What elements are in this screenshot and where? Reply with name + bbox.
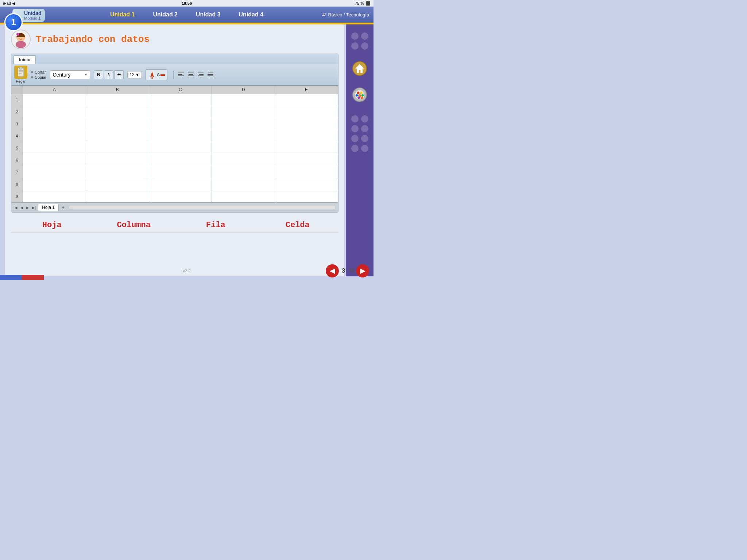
sheet-nav-prev[interactable]: ◀ (20, 206, 24, 210)
cell-b1[interactable] (86, 94, 149, 106)
svg-point-32 (357, 92, 359, 94)
nav-tab-unidad4[interactable]: Unidad 4 (235, 10, 267, 19)
copy-bullet (31, 76, 33, 78)
sheet-tab-hoja1[interactable]: Hoja 1 (38, 204, 59, 211)
bottom-nav: v2.2 ◀ 3 36 ▶ (0, 262, 374, 280)
col-header-b[interactable]: B (86, 86, 149, 94)
prev-button[interactable]: ◀ (326, 264, 339, 277)
ribbon-tabs: Inicio (11, 54, 338, 64)
copy-label: Copiar (35, 75, 46, 79)
status-right: 75 % ⬛ (355, 1, 371, 6)
decorative-bubble (351, 32, 359, 40)
sheet-nav-first[interactable]: |◀ (13, 206, 18, 210)
cell-e9[interactable] (275, 190, 338, 202)
cell-d4[interactable] (212, 130, 275, 142)
palette-button[interactable] (350, 85, 369, 104)
nav-tab-unidad1[interactable]: Unidad 1 (107, 10, 139, 19)
cell-c4[interactable] (149, 130, 212, 142)
cell-e1[interactable] (275, 94, 338, 106)
cell-c9[interactable] (149, 190, 212, 202)
cell-b6[interactable] (86, 154, 149, 166)
ribbon-tab-inicio[interactable]: Inicio (13, 55, 36, 64)
cell-d9[interactable] (212, 190, 275, 202)
cell-a6[interactable] (23, 154, 86, 166)
cell-c2[interactable] (149, 106, 212, 118)
ribbon-content: Pegar Cortar Copiar Century ▼ (11, 64, 338, 85)
col-header-a[interactable]: A (23, 86, 86, 94)
align-right-button[interactable] (196, 71, 205, 79)
cell-a4[interactable] (23, 130, 86, 142)
cell-a3[interactable] (23, 118, 86, 130)
cell-c1[interactable] (149, 94, 212, 106)
cell-c3[interactable] (149, 118, 212, 130)
cell-e8[interactable] (275, 178, 338, 190)
col-header-d[interactable]: D (212, 86, 275, 94)
cell-e4[interactable] (275, 130, 338, 142)
cell-d7[interactable] (212, 166, 275, 178)
cell-a8[interactable] (23, 178, 86, 190)
label-celda[interactable]: Celda (257, 221, 339, 233)
sheet-nav-last[interactable]: ▶| (31, 206, 37, 210)
cell-c7[interactable] (149, 166, 212, 178)
col-header-c[interactable]: C (149, 86, 212, 94)
cell-e2[interactable] (275, 106, 338, 118)
cell-d5[interactable] (212, 142, 275, 154)
cell-a9[interactable] (23, 190, 86, 202)
svg-rect-6 (19, 67, 22, 69)
paste-icon[interactable] (14, 66, 27, 79)
nav-tab-unidad2[interactable]: Unidad 2 (149, 10, 181, 19)
cell-b5[interactable] (86, 142, 149, 154)
label-hoja[interactable]: Hoja (11, 221, 93, 233)
font-size-selector[interactable]: 12 ▼ (127, 71, 142, 78)
status-bar: iPad ◀ 10:56 75 % ⬛ (0, 0, 374, 7)
home-button[interactable] (350, 59, 369, 78)
cell-b3[interactable] (86, 118, 149, 130)
cell-c5[interactable] (149, 142, 212, 154)
nav-tab-unidad3[interactable]: Unidad 3 (192, 10, 224, 19)
cell-b9[interactable] (86, 190, 149, 202)
label-columna[interactable]: Columna (93, 221, 175, 233)
label-hoja-text: Hoja (42, 221, 62, 230)
cell-d2[interactable] (212, 106, 275, 118)
cell-b7[interactable] (86, 166, 149, 178)
subtitle-label: 4° Básico / Tecnología (322, 12, 369, 18)
italic-button[interactable]: k (104, 70, 113, 79)
cut-button[interactable]: Cortar (31, 70, 46, 74)
bold-button[interactable]: N (94, 70, 103, 79)
align-left-button[interactable] (177, 71, 185, 79)
cell-c8[interactable] (149, 178, 212, 190)
bottom-bar-blue (0, 275, 22, 280)
strikethrough-button[interactable]: S (114, 70, 124, 79)
cell-a7[interactable] (23, 166, 86, 178)
table-row: 2 (11, 106, 338, 118)
cell-e6[interactable] (275, 154, 338, 166)
next-button[interactable]: ▶ (356, 264, 369, 277)
label-fila[interactable]: Fila (175, 221, 257, 233)
cell-a5[interactable] (23, 142, 86, 154)
sheet-nav-next[interactable]: ▶ (26, 206, 30, 210)
label-celda-text: Celda (286, 221, 310, 230)
cell-e7[interactable] (275, 166, 338, 178)
cell-d1[interactable] (212, 94, 275, 106)
cell-a1[interactable] (23, 94, 86, 106)
align-justify-button[interactable] (206, 71, 215, 79)
align-center-button[interactable] (186, 71, 195, 79)
copy-button[interactable]: Copiar (31, 75, 46, 79)
color-group[interactable]: A (146, 69, 168, 80)
svg-rect-7 (19, 70, 23, 71)
cell-e5[interactable] (275, 142, 338, 154)
cell-a2[interactable] (23, 106, 86, 118)
cell-d6[interactable] (212, 154, 275, 166)
table-row: 6 (11, 154, 338, 166)
cell-b2[interactable] (86, 106, 149, 118)
cell-b8[interactable] (86, 178, 149, 190)
cell-c6[interactable] (149, 154, 212, 166)
col-header-e[interactable]: E (275, 86, 338, 94)
cell-e3[interactable] (275, 118, 338, 130)
cell-d8[interactable] (212, 178, 275, 190)
cell-b4[interactable] (86, 130, 149, 142)
format-buttons: N k S (94, 70, 124, 79)
cell-d3[interactable] (212, 118, 275, 130)
font-selector[interactable]: Century ▼ (50, 70, 90, 79)
sheet-add-button[interactable]: + (60, 205, 66, 210)
